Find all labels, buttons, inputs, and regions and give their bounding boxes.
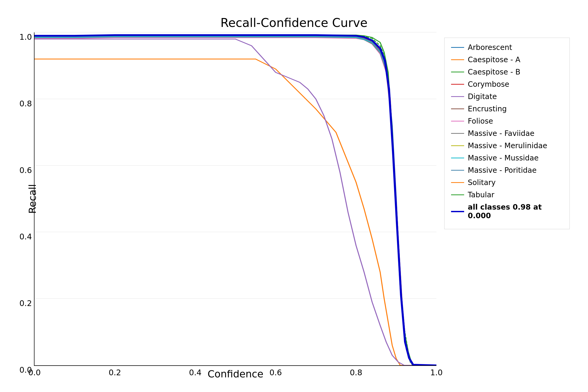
x-tick-1: 0.2 [109,368,121,377]
x-tick-0: 0.0 [28,368,41,377]
line-arborescent [34,36,436,365]
legend-item-11: Solitary [451,178,563,187]
y-tick-5: 1.0 [19,32,32,42]
legend-item-6: Foliose [451,117,563,125]
legend-item-7: Massive - Faviidae [451,129,563,138]
line-massive-poritidae [34,36,436,365]
legend-line-11 [451,182,464,183]
legend-item-12: Tabular [451,191,563,199]
legend-label-2: Caespitose - B [468,68,520,76]
legend-item-8: Massive - Merulinidae [451,141,563,150]
line-encrusting [34,36,436,365]
legend-line-12 [451,194,464,195]
line-all-classes [34,35,436,365]
line-caespitose-a [34,59,436,365]
legend-item-5: Encrusting [451,105,563,113]
legend-line-2 [451,72,464,72]
legend-item-0: Arborescent [451,43,563,52]
legend-label-8: Massive - Merulinidae [468,141,547,150]
legend-line-1 [451,59,464,60]
legend-label-1: Caespitose - A [468,55,520,64]
plot-area: Recall Confidence 0.0 0.2 0.4 0.6 0.8 1.… [34,32,436,366]
line-caespitose-b [34,35,436,365]
chart-container: Recall-Confidence Curve Recall Confidenc… [13,10,575,382]
y-tick-3: 0.6 [19,166,32,175]
legend-line-7 [451,133,464,134]
x-tick-4: 0.8 [350,368,362,377]
line-massive-merulinidae [34,36,436,365]
x-tick-2: 0.4 [189,368,201,377]
legend-item-9: Massive - Mussidae [451,154,563,162]
legend-label-11: Solitary [468,178,496,187]
line-tabular [34,35,436,365]
legend-label-10: Massive - Poritidae [468,166,537,175]
y-tick-1: 0.2 [19,299,32,308]
legend-line-3 [451,84,464,85]
line-massive-faviidae [34,37,436,365]
x-tick-5: 1.0 [430,368,443,377]
legend-line-6 [451,121,464,122]
x-tick-3: 0.6 [269,368,282,377]
legend-label-3: Corymbose [468,80,509,89]
legend-line-13 [451,211,464,212]
legend-item-2: Caespitose - B [451,68,563,76]
legend-line-4 [451,96,464,97]
legend-line-9 [451,158,464,158]
legend-label-7: Massive - Faviidae [468,129,534,138]
y-tick-2: 0.4 [19,232,32,241]
legend-item-3: Corymbose [451,80,563,89]
legend-line-8 [451,145,464,146]
y-tick-4: 0.8 [19,99,32,108]
plot-svg [34,32,436,365]
line-digitate [34,39,436,365]
legend-label-13: all classes 0.98 at 0.000 [468,203,563,220]
line-foliose [34,38,436,365]
legend-item-1: Caespitose - A [451,55,563,64]
legend-label-6: Foliose [468,117,493,125]
legend-line-5 [451,108,464,109]
legend-item-13: all classes 0.98 at 0.000 [451,203,563,220]
legend-item-4: Digitate [451,92,563,101]
legend-label-12: Tabular [468,191,494,199]
line-corymbose [34,36,436,365]
legend-line-0 [451,47,464,48]
legend-label-4: Digitate [468,92,497,101]
legend-label-9: Massive - Mussidae [468,154,539,162]
line-massive-mussidae [34,37,436,365]
legend-label-5: Encrusting [468,105,507,113]
legend-line-10 [451,170,464,171]
x-axis-label: Confidence [207,368,263,380]
legend-label-0: Arborescent [468,43,512,52]
chart-body: Recall Confidence 0.0 0.2 0.4 0.6 0.8 1.… [13,32,575,382]
chart-title: Recall-Confidence Curve [221,16,368,30]
legend: ArborescentCaespitose - ACaespitose - BC… [444,38,570,229]
legend-item-10: Massive - Poritidae [451,166,563,175]
